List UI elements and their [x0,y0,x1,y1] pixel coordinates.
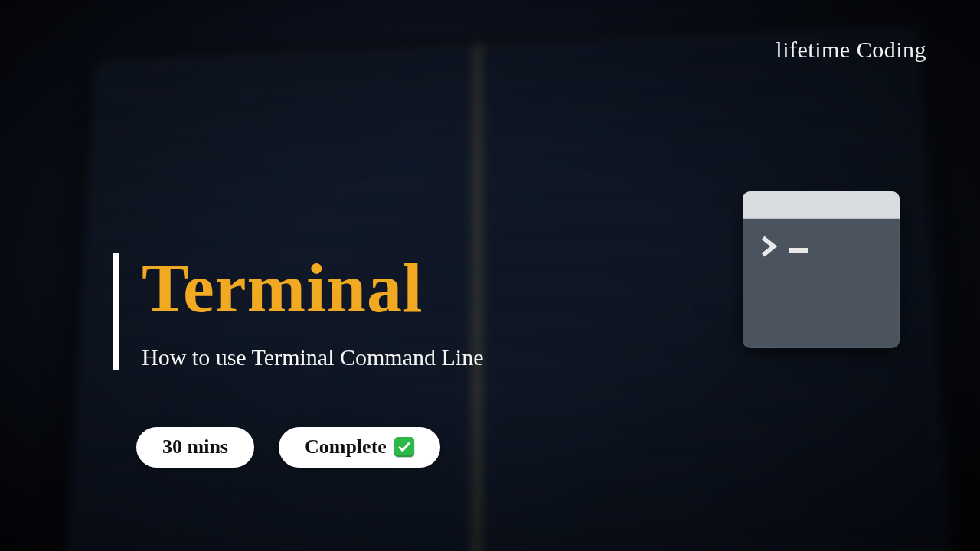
terminal-body [743,219,900,348]
brand-label: lifetime Coding [776,37,926,63]
status-text: Complete [305,435,387,458]
duration-text: 30 mins [162,435,228,458]
pill-row: 30 mins Complete [136,427,440,468]
status-pill: Complete [279,427,440,468]
headline-block: Terminal How to use Terminal Command Lin… [113,253,483,370]
checkmark-icon [394,437,414,457]
terminal-titlebar [743,191,900,219]
terminal-icon [743,191,900,348]
terminal-cursor [789,248,808,253]
page-subtitle: How to use Terminal Command Line [142,344,483,370]
duration-pill: 30 mins [136,427,254,468]
terminal-prompt [760,236,808,257]
page-title: Terminal [142,253,483,323]
chevron-right-icon [760,236,781,257]
